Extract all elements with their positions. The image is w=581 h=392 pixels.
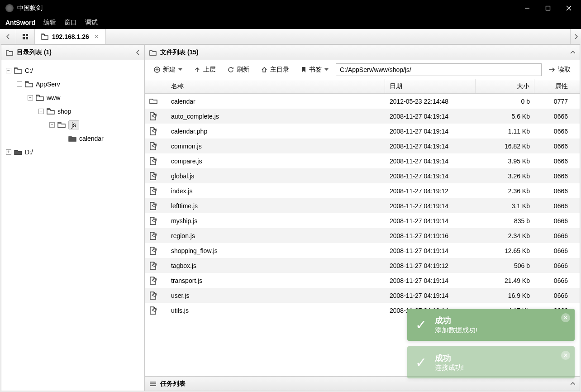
collapse-icon[interactable]: − bbox=[28, 95, 33, 100]
file-row[interactable]: </>region.js2008-11-27 04:19:162.34 Kb06… bbox=[145, 228, 580, 243]
file-name: shopping_flow.js bbox=[163, 247, 385, 254]
maximize-button[interactable] bbox=[538, 0, 558, 16]
file-name: common.js bbox=[163, 143, 385, 150]
col-date[interactable]: 日期 bbox=[385, 79, 476, 93]
up-button[interactable]: 上层 bbox=[190, 64, 220, 76]
toast-message: 添加数据成功! bbox=[435, 326, 477, 335]
tree-node[interactable]: −C:/ bbox=[6, 64, 140, 77]
expand-icon[interactable]: + bbox=[6, 149, 11, 155]
tree-node[interactable]: −AppServ bbox=[6, 77, 140, 91]
file-name: global.js bbox=[163, 172, 385, 180]
file-icon: </> bbox=[145, 202, 163, 210]
toast-message: 连接成功! bbox=[435, 363, 464, 372]
file-row[interactable]: </>compare.js2008-11-27 04:19:143.95 Kb0… bbox=[145, 153, 580, 168]
file-icon: </> bbox=[145, 232, 163, 240]
file-row[interactable]: </>lefttime.js2008-11-27 04:19:143.1 Kb0… bbox=[145, 198, 580, 213]
bookmark-button[interactable]: 书签 bbox=[296, 64, 333, 76]
window-title: 中国蚁剑 bbox=[17, 4, 517, 12]
tree-node[interactable]: −js bbox=[6, 118, 140, 132]
directory-tree: −C:/−AppServ−www−shop−jscalendar+D:/ bbox=[1, 60, 144, 391]
refresh-icon bbox=[228, 67, 234, 73]
collapse-up-icon[interactable] bbox=[571, 51, 575, 54]
file-date: 2008-11-27 04:19:14 bbox=[385, 292, 476, 299]
file-attr: 0666 bbox=[534, 277, 580, 284]
collapse-icon[interactable]: − bbox=[49, 122, 55, 128]
file-name: auto_complete.js bbox=[163, 113, 385, 120]
file-row[interactable]: calendar2012-05-23 22:14:480 b0777 bbox=[145, 94, 580, 109]
file-row[interactable]: </>shopping_flow.js2008-11-27 04:19:1412… bbox=[145, 243, 580, 258]
svg-text:</>: </> bbox=[152, 172, 157, 179]
file-row[interactable]: </>tagbox.js2008-11-27 04:19:12506 b0666 bbox=[145, 258, 580, 273]
svg-rect-1 bbox=[546, 6, 550, 10]
collapse-left-icon[interactable] bbox=[136, 50, 140, 55]
file-row[interactable]: </>common.js2008-11-27 04:19:1416.82 Kb0… bbox=[145, 139, 580, 153]
menu-edit[interactable]: 编辑 bbox=[43, 19, 56, 27]
tab-close-icon[interactable]: ✕ bbox=[93, 33, 100, 40]
file-name: calendar bbox=[163, 98, 385, 105]
tab-dashboard[interactable] bbox=[16, 29, 34, 44]
file-icon: </> bbox=[145, 142, 163, 150]
tree-node[interactable]: calendar bbox=[6, 132, 140, 145]
tree-node[interactable]: +D:/ bbox=[6, 145, 140, 159]
folder-icon bbox=[36, 95, 44, 101]
file-row[interactable]: </>myship.js2008-11-27 04:19:14835 b0666 bbox=[145, 213, 580, 228]
file-attr: 0666 bbox=[534, 232, 580, 239]
tabbar: 192.168.1.26 ✕ bbox=[0, 29, 581, 44]
folder-icon bbox=[145, 98, 163, 105]
folder-icon bbox=[41, 33, 48, 40]
file-date: 2008-11-27 04:19:16 bbox=[385, 232, 476, 239]
file-date: 2008-11-27 04:19:14 bbox=[385, 158, 476, 165]
folder-icon bbox=[14, 67, 22, 74]
tree-node[interactable]: −shop bbox=[6, 105, 140, 118]
app-icon bbox=[5, 4, 14, 12]
menu-window[interactable]: 窗口 bbox=[64, 19, 77, 27]
file-row[interactable]: </>calendar.php2008-11-27 04:19:141.11 K… bbox=[145, 124, 580, 139]
file-row[interactable]: </>index.js2008-11-27 04:19:122.36 Kb066… bbox=[145, 183, 580, 198]
toast-close-icon[interactable]: ✕ bbox=[561, 313, 570, 322]
collapse-icon[interactable]: − bbox=[38, 109, 44, 114]
toast-success: ✓成功添加数据成功!✕ bbox=[407, 309, 575, 341]
file-columns-header: 名称 日期 大小 属性 bbox=[145, 79, 580, 94]
refresh-button[interactable]: 刷新 bbox=[223, 64, 254, 76]
collapse-icon[interactable]: − bbox=[17, 81, 22, 87]
close-button[interactable] bbox=[558, 0, 579, 16]
toast-close-icon[interactable]: ✕ bbox=[561, 351, 570, 360]
collapse-icon[interactable]: − bbox=[6, 68, 11, 73]
file-attr: 0666 bbox=[534, 247, 580, 254]
svg-text:</>: </> bbox=[152, 247, 157, 254]
file-row[interactable]: </>user.js2008-11-27 04:19:1416.9 Kb0666 bbox=[145, 288, 580, 303]
tab-host[interactable]: 192.168.1.26 ✕ bbox=[35, 29, 106, 44]
col-name[interactable]: 名称 bbox=[163, 79, 385, 93]
file-icon: </> bbox=[145, 157, 163, 165]
read-button[interactable]: 读取 bbox=[544, 64, 575, 76]
file-row[interactable]: </>global.js2008-11-27 04:19:143.26 Kb06… bbox=[145, 168, 580, 183]
tab-scroll-right[interactable] bbox=[570, 29, 581, 44]
file-row[interactable]: </>auto_complete.js2008-11-27 04:19:145.… bbox=[145, 109, 580, 124]
file-size: 12.65 Kb bbox=[476, 247, 534, 254]
directory-title: 目录列表 (1) bbox=[17, 48, 52, 57]
tree-label: js bbox=[68, 120, 79, 129]
svg-text:</>: </> bbox=[152, 187, 157, 194]
svg-text:</>: </> bbox=[152, 306, 157, 314]
file-date: 2008-11-27 04:19:14 bbox=[385, 277, 476, 284]
file-row[interactable]: </>transport.js2008-11-27 04:19:1421.49 … bbox=[145, 273, 580, 288]
tab-scroll-left[interactable] bbox=[0, 29, 16, 44]
col-attr[interactable]: 属性 bbox=[534, 79, 580, 93]
col-size[interactable]: 大小 bbox=[476, 79, 534, 93]
file-icon: </> bbox=[145, 277, 163, 285]
tree-node[interactable]: −www bbox=[6, 91, 140, 105]
svg-text:</>: </> bbox=[152, 157, 157, 164]
file-attr: 0666 bbox=[534, 292, 580, 299]
folder-icon bbox=[149, 49, 157, 56]
file-attr: 0666 bbox=[534, 202, 580, 210]
home-button[interactable]: 主目录 bbox=[257, 64, 294, 76]
menu-debug[interactable]: 调试 bbox=[85, 19, 98, 27]
menu-antsword[interactable]: AntSword bbox=[5, 19, 35, 26]
new-button[interactable]: 新建 bbox=[149, 64, 187, 76]
file-icon: </> bbox=[145, 172, 163, 180]
minimize-button[interactable] bbox=[517, 0, 538, 16]
file-icon: </> bbox=[145, 112, 163, 120]
path-input[interactable] bbox=[336, 63, 542, 76]
expand-taskbar-icon[interactable] bbox=[571, 382, 575, 386]
taskbar-title: 任务列表 bbox=[160, 380, 186, 388]
